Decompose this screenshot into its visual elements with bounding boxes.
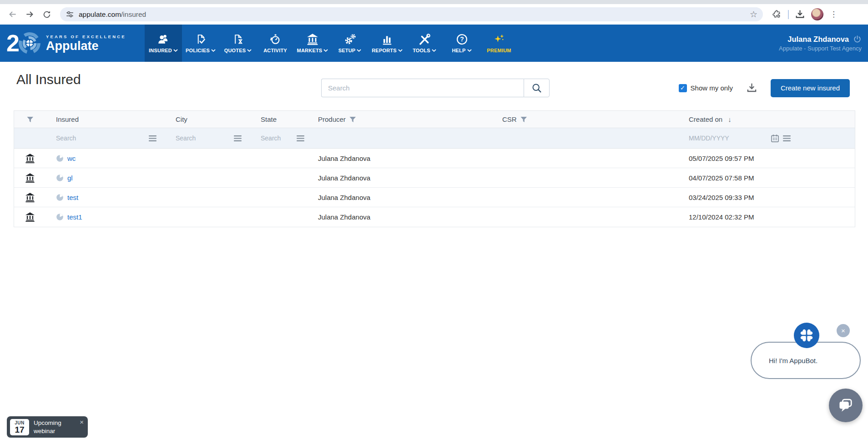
show-my-only-toggle[interactable]: ✓ Show my only: [679, 84, 733, 92]
insured-link[interactable]: gl: [67, 174, 73, 182]
insured-filter-menu-icon[interactable]: [149, 135, 156, 141]
chat-launcher-button[interactable]: [829, 389, 863, 422]
bookmark-star-icon[interactable]: ☆: [750, 10, 757, 19]
stopwatch-icon: [269, 33, 281, 45]
table-row[interactable]: gl Julana Zhdanova 04/07/2025 07:58 PM: [14, 168, 855, 188]
city-filter-input[interactable]: [176, 135, 230, 142]
table-row[interactable]: test1 Julana Zhdanova 12/10/2024 02:32 P…: [14, 207, 855, 227]
nav-item-policies[interactable]: POLICIES: [182, 25, 219, 62]
column-header-city[interactable]: City: [166, 115, 251, 123]
main-menu: INSURED POLICIES QUOTES ACTIVITY MARKETS…: [145, 25, 518, 62]
appubot-logo-icon[interactable]: [794, 323, 819, 348]
create-new-insured-button[interactable]: Create new insured: [771, 79, 850, 97]
omnibox[interactable]: appulate.com/insured ☆: [60, 7, 763, 21]
created-on-cell: 03/24/2025 09:33 PM: [679, 194, 855, 201]
browser-back-button[interactable]: [5, 8, 19, 21]
nav-label: POLICIES: [186, 48, 210, 53]
nav-item-reports[interactable]: REPORTS: [368, 25, 406, 62]
nav-label: MARKETS: [297, 48, 323, 53]
webinar-title[interactable]: Upcoming webinar: [34, 419, 61, 435]
nav-label: TOOLS: [413, 48, 430, 53]
table-header-row: Insured City State Producer CSR Created …: [14, 111, 855, 128]
browser-reload-button[interactable]: [40, 8, 54, 21]
nav-item-help[interactable]: ? HELP: [443, 25, 480, 62]
producer-filter-funnel-icon[interactable]: [349, 116, 356, 123]
browser-menu-icon[interactable]: ⋮: [830, 10, 838, 18]
logo-swirl-icon: [18, 31, 41, 55]
site-settings-icon[interactable]: [66, 10, 74, 19]
webinar-close-icon[interactable]: ×: [80, 418, 84, 426]
search-button[interactable]: [524, 79, 550, 97]
created-filter-menu-icon[interactable]: [783, 135, 791, 141]
nav-item-tools[interactable]: TOOLS: [406, 25, 443, 62]
column-header-state[interactable]: State: [251, 115, 308, 123]
nav-item-premium[interactable]: PREMIUM: [480, 25, 518, 62]
insured-link[interactable]: wc: [67, 155, 76, 162]
filter-funnel-icon[interactable]: [27, 116, 34, 123]
bank-icon: [25, 153, 35, 164]
chat-bubbles-icon: [837, 397, 854, 414]
logo-brand: Appulate: [46, 40, 126, 52]
nav-item-activity[interactable]: ACTIVITY: [257, 25, 294, 62]
nav-item-insured[interactable]: INSURED: [145, 25, 182, 62]
created-on-filter-input[interactable]: [689, 135, 747, 142]
url-text: appulate.com/insured: [79, 10, 146, 19]
export-download-icon[interactable]: [747, 83, 757, 93]
sparkles-icon: [493, 33, 505, 45]
calendar-icon[interactable]: [771, 134, 779, 143]
csr-filter-funnel-icon[interactable]: [520, 116, 527, 123]
chevron-down-icon: [211, 49, 216, 52]
browser-download-icon[interactable]: [795, 10, 805, 19]
nav-item-setup[interactable]: SETUP: [331, 25, 368, 62]
table-row[interactable]: test Julana Zhdanova 03/24/2025 09:33 PM: [14, 188, 855, 207]
insured-status-icon: [56, 155, 64, 162]
state-filter-menu-icon[interactable]: [297, 135, 304, 141]
nav-label: QUOTES: [224, 48, 246, 53]
search-icon: [532, 83, 542, 93]
appubot-close-button[interactable]: ×: [837, 324, 850, 337]
browser-actions: ⋮: [769, 8, 838, 20]
bank-icon: [25, 192, 35, 203]
city-filter-menu-icon[interactable]: [234, 135, 242, 141]
document-check-icon: [195, 33, 207, 45]
nav-label: SETUP: [338, 48, 356, 53]
browser-profile-avatar[interactable]: [811, 8, 823, 20]
insured-link[interactable]: test: [67, 194, 78, 201]
bank-icon: [307, 33, 318, 45]
chevron-down-icon: [247, 49, 252, 52]
nav-item-markets[interactable]: MARKETS: [294, 25, 331, 62]
appubot-greeting: Hi! I'm AppuBot.: [769, 357, 818, 364]
insured-link[interactable]: test1: [67, 213, 82, 221]
chevron-down-icon: [432, 49, 436, 52]
screen: appulate.com/insured ☆ ⋮ 2 YEARS OF EXCE…: [0, 0, 868, 444]
table-filter-row: [14, 128, 855, 149]
webinar-month: JUN: [15, 420, 25, 425]
sort-descending-icon: ↓: [728, 115, 732, 123]
logout-power-icon[interactable]: [853, 35, 862, 44]
people-icon: [157, 33, 170, 45]
svg-text:?: ?: [460, 35, 464, 43]
show-my-only-checkbox[interactable]: ✓: [679, 84, 687, 92]
column-header-producer[interactable]: Producer: [308, 115, 492, 123]
state-filter-input[interactable]: [261, 135, 292, 142]
table-row[interactable]: wc Julana Zhdanova 05/07/2025 09:57 PM: [14, 149, 855, 168]
webinar-day: 17: [15, 425, 24, 434]
column-header-insured[interactable]: Insured: [46, 115, 166, 123]
webinar-banner[interactable]: JUN 17 Upcoming webinar ×: [7, 416, 88, 438]
nav-item-quotes[interactable]: QUOTES: [219, 25, 257, 62]
insured-filter-input[interactable]: [56, 135, 145, 142]
created-on-cell: 04/07/2025 07:58 PM: [679, 174, 855, 182]
browser-forward-button[interactable]: [23, 8, 36, 21]
user-name[interactable]: Julana Zhdanova: [787, 35, 849, 44]
search-input[interactable]: [321, 79, 524, 97]
show-my-only-label: Show my only: [691, 84, 733, 92]
column-header-created-on[interactable]: Created on↓: [679, 115, 855, 123]
logo-number: 2: [6, 31, 19, 55]
producer-cell: Julana Zhdanova: [308, 194, 492, 201]
column-header-csr[interactable]: CSR: [492, 115, 679, 123]
chevron-down-icon: [467, 49, 472, 52]
extensions-icon[interactable]: [772, 10, 782, 19]
appulate-logo[interactable]: 2 YEARS OF EXCELLENCE Appulate: [0, 25, 145, 62]
nav-label: ACTIVITY: [263, 48, 287, 53]
bank-icon: [25, 212, 35, 222]
